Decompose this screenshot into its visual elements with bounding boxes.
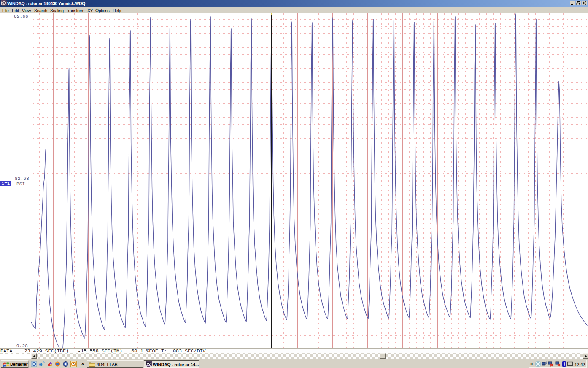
svg-text:e: e: [39, 361, 43, 367]
